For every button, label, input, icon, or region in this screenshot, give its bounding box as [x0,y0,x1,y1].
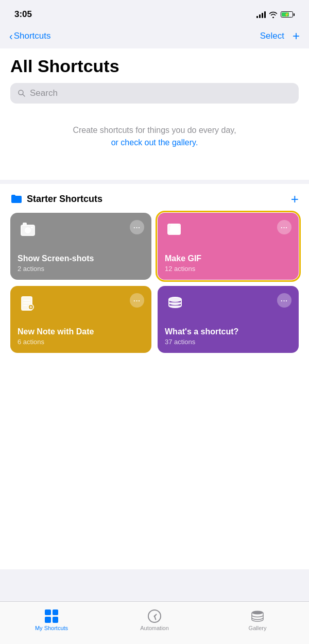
gif-icon [165,220,185,241]
card-title-gif: Make GIF [165,253,291,263]
card-actions-gif: 12 actions [165,265,291,273]
note-icon [18,293,38,314]
search-bar[interactable]: Search [10,83,299,104]
svg-point-17 [169,297,181,301]
card-more-button-gif[interactable]: ··· [277,220,291,234]
card-actions-note: 6 actions [18,338,144,346]
gallery-tab-icon [250,609,265,623]
card-actions-shortcut: 37 actions [165,338,291,346]
status-icons: ⚡ [256,11,295,18]
svg-point-4 [25,228,30,233]
content-spacer [0,363,309,569]
section-header-left: Starter Shortcuts [10,194,102,205]
folder-icon [10,194,23,204]
starter-add-button[interactable]: + [291,192,299,206]
card-more-button-shortcut[interactable]: ··· [277,293,291,308]
add-shortcut-button[interactable]: + [293,30,300,42]
page-title: All Shortcuts [10,57,299,76]
svg-point-18 [252,611,263,614]
tab-automation[interactable]: Automation [103,609,206,631]
search-icon [18,89,26,97]
nav-right: Select + [260,30,300,42]
shortcut-card-show-screenshots[interactable]: ··· Show Screen-shots 2 actions [10,213,151,280]
empty-state-text: Create shortcuts for things you do every… [73,126,236,134]
screenshot-icon [18,220,38,241]
gallery-link[interactable]: or check out the gallery. [111,138,198,147]
section-title: Starter Shortcuts [27,194,102,205]
my-shortcuts-tab-icon [44,609,59,623]
select-button[interactable]: Select [260,31,284,41]
wifi-icon [269,11,278,18]
tab-gallery[interactable]: Gallery [206,609,309,631]
card-title-screenshots: Show Screen-shots [18,253,144,263]
card-title-note: New Note with Date [18,327,144,336]
empty-state: Create shortcuts for things you do every… [10,104,299,170]
back-label: Shortcuts [14,31,51,41]
main-content: All Shortcuts Search Create shortcuts fo… [0,48,309,180]
section-divider [0,180,309,184]
card-title-shortcut: What's a shortcut? [165,327,291,336]
shortcut-grid: ··· Show Screen-shots 2 actions [10,213,299,353]
signal-bars-icon [256,11,266,18]
section-header: Starter Shortcuts + [10,192,299,206]
my-shortcuts-tab-label: My Shortcuts [35,625,68,631]
svg-rect-5 [31,227,33,228]
tab-my-shortcuts[interactable]: My Shortcuts [0,609,103,631]
svg-rect-9 [170,226,180,234]
layers-icon [165,293,185,314]
back-chevron-icon: ‹ [9,31,13,41]
battery-icon: ⚡ [281,11,295,18]
search-placeholder: Search [30,88,58,98]
automation-tab-label: Automation [140,625,169,631]
nav-bar: ‹ Shortcuts Select + [0,26,309,48]
card-actions-screenshots: 2 actions [18,265,144,273]
shortcut-card-make-gif[interactable]: ··· Make GIF 12 actions [158,213,299,280]
gallery-tab-label: Gallery [249,625,267,631]
shortcut-card-new-note[interactable]: ··· New Note with Date 6 actions [10,286,151,353]
shortcut-card-whats-shortcut[interactable]: ··· What's a shortcut? 37 actions [158,286,299,353]
tab-bar: My Shortcuts Automation Gallery [0,601,309,644]
svg-rect-3 [23,223,26,225]
back-button[interactable]: ‹ Shortcuts [9,31,50,41]
automation-tab-icon [147,609,162,623]
status-time: 3:05 [14,9,32,20]
card-more-button-note[interactable]: ··· [130,293,144,308]
status-bar: 3:05 ⚡ [0,0,309,26]
svg-line-1 [23,94,25,96]
starter-shortcuts-section: Starter Shortcuts + ··· [0,184,309,363]
card-more-button-screenshots[interactable]: ··· [130,220,144,234]
